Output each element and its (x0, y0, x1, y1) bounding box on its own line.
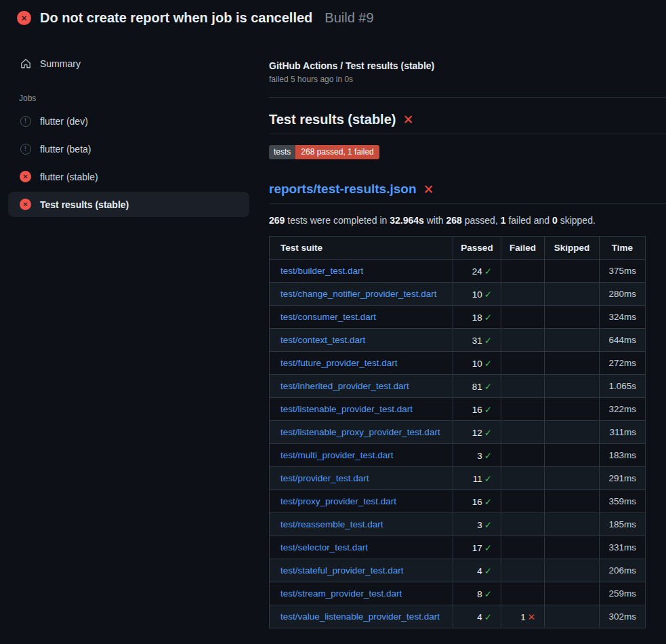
suite-link[interactable]: test/builder_test.dart (280, 266, 363, 276)
suite-link[interactable]: test/listenable_proxy_provider_test.dart (280, 427, 440, 437)
report-title-row[interactable]: reports/test-results.json ✕ (269, 182, 666, 204)
build-title: Do not create report when job is cancell… (40, 10, 312, 26)
check-icon: ✓ (484, 405, 492, 415)
check-icon: ✓ (484, 359, 492, 369)
check-icon: ✓ (484, 612, 492, 622)
table-header-row: Test suite Passed Failed Skipped Time (270, 237, 646, 260)
summary-segment: 32.964s (390, 215, 424, 226)
suite-link[interactable]: test/inherited_provider_test.dart (280, 381, 409, 391)
table-row: test/selector_test.dart17✓331ms (270, 536, 646, 559)
suite-link[interactable]: test/proxy_provider_test.dart (280, 496, 396, 506)
suite-link[interactable]: test/stateful_provider_test.dart (280, 565, 404, 576)
check-icon: ✓ (484, 543, 492, 553)
suite-link[interactable]: test/selector_test.dart (280, 542, 368, 552)
summary-segment: 0 (552, 215, 558, 226)
summary-segment: skipped. (558, 215, 596, 226)
suite-link[interactable]: test/provider_test.dart (280, 473, 369, 483)
check-icon: ✓ (484, 589, 492, 599)
table-row: test/stream_provider_test.dart8✓259ms (270, 582, 646, 605)
check-icon: ✓ (484, 313, 492, 323)
tests-badge: tests 268 passed, 1 failed (269, 145, 379, 159)
table-row: test/listenable_provider_test.dart16✓322… (270, 398, 646, 421)
table-row: test/value_listenable_provider_test.dart… (270, 605, 646, 628)
summary-segment: failed and (506, 215, 553, 226)
time-value: 644ms (600, 329, 646, 352)
sidebar-job-label: flutter (beta) (40, 144, 91, 155)
time-value: 206ms (600, 559, 646, 582)
suite-link[interactable]: test/future_provider_test.dart (280, 358, 398, 368)
sidebar-job-label: flutter (dev) (40, 116, 88, 127)
column-header-skipped: Skipped (545, 237, 600, 260)
main-content: GitHub Actions / Test results (stable) f… (257, 35, 666, 628)
sidebar: Summary Jobs ! flutter (dev) ! flutter (… (0, 35, 257, 220)
suite-link[interactable]: test/multi_provider_test.dart (280, 450, 394, 460)
sidebar-item-test-results-stable[interactable]: ✕ Test results (stable) (8, 192, 249, 217)
check-icon: ✓ (484, 566, 492, 576)
table-row: test/inherited_provider_test.dart81✓1.06… (270, 375, 646, 398)
check-icon: ✓ (484, 336, 492, 346)
time-value: 375ms (600, 260, 646, 283)
divider (269, 97, 666, 98)
table-row: test/reassemble_test.dart3✓185ms (270, 513, 646, 536)
sidebar-item-flutter-beta[interactable]: ! flutter (beta) (8, 136, 249, 161)
table-row: test/proxy_provider_test.dart16✓359ms (270, 490, 646, 513)
suite-link[interactable]: test/stream_provider_test.dart (280, 588, 402, 599)
neutral-status-icon: ! (20, 115, 31, 127)
home-icon (20, 58, 31, 69)
summary-segment: 268 (446, 215, 462, 226)
x-icon: ✕ (528, 612, 535, 622)
table-row: test/stateful_provider_test.dart4✓206ms (270, 559, 646, 582)
column-header-failed: Failed (501, 237, 545, 260)
sidebar-item-flutter-stable[interactable]: ✕ flutter (stable) (8, 164, 249, 189)
summary-segment: 1 (501, 215, 506, 226)
suite-link[interactable]: test/reassemble_test.dart (280, 519, 383, 529)
sidebar-item-summary[interactable]: Summary (8, 51, 249, 76)
check-icon: ✓ (484, 266, 492, 277)
check-icon: ✓ (484, 428, 492, 438)
time-value: 1.065s (600, 375, 646, 398)
summary-segment: 269 (269, 215, 285, 226)
time-value: 272ms (600, 352, 646, 375)
time-value: 183ms (600, 444, 646, 467)
time-value: 322ms (600, 398, 646, 421)
report-title-link[interactable]: reports/test-results.json (269, 182, 417, 197)
table-row: test/change_notifier_provider_test.dart1… (270, 283, 646, 306)
time-value: 291ms (600, 467, 646, 490)
x-circle-icon: ✕ (17, 11, 31, 25)
run-meta: failed 5 hours ago in 0s (269, 75, 666, 84)
time-value: 359ms (600, 490, 646, 513)
suite-link[interactable]: test/change_notifier_provider_test.dart (280, 289, 436, 299)
red-x-icon: ✕ (402, 113, 413, 126)
table-row: test/future_provider_test.dart10✓272ms (270, 352, 646, 375)
table-row: test/consumer_test.dart18✓324ms (270, 306, 646, 329)
column-header-test-suite: Test suite (270, 237, 453, 260)
suite-link[interactable]: test/listenable_provider_test.dart (280, 404, 413, 414)
time-value: 331ms (600, 536, 646, 559)
sidebar-job-label: flutter (stable) (40, 172, 98, 182)
check-icon: ✓ (484, 520, 492, 530)
x-circle-icon: ✕ (20, 171, 31, 182)
table-row: test/listenable_proxy_provider_test.dart… (270, 421, 646, 444)
sidebar-summary-label: Summary (40, 58, 81, 69)
summary-segment: passed, (462, 215, 501, 226)
time-value: 280ms (600, 283, 646, 306)
breadcrumb: GitHub Actions / Test results (stable) (269, 60, 666, 71)
sidebar-item-flutter-dev[interactable]: ! flutter (dev) (8, 108, 249, 134)
time-value: 185ms (600, 513, 646, 536)
build-number: Build #9 (325, 10, 373, 26)
build-header: ✕ Do not create report when job is cance… (0, 0, 666, 35)
column-header-time: Time (600, 237, 646, 260)
suite-link[interactable]: test/value_listenable_provider_test.dart (280, 611, 440, 622)
check-icon: ✓ (484, 382, 492, 392)
check-icon: ✓ (484, 289, 492, 300)
table-row: test/context_test.dart31✓644ms (270, 329, 646, 352)
jobs-section-label: Jobs (19, 94, 257, 103)
summary-segment: tests were completed in (285, 215, 390, 226)
suite-link[interactable]: test/consumer_test.dart (280, 312, 376, 322)
check-icon: ✓ (484, 497, 492, 507)
badge-label: tests (269, 145, 295, 159)
summary-segment: with (424, 215, 446, 226)
sidebar-job-label: Test results (stable) (40, 199, 129, 210)
suite-link[interactable]: test/context_test.dart (280, 335, 365, 345)
time-value: 259ms (600, 582, 646, 605)
